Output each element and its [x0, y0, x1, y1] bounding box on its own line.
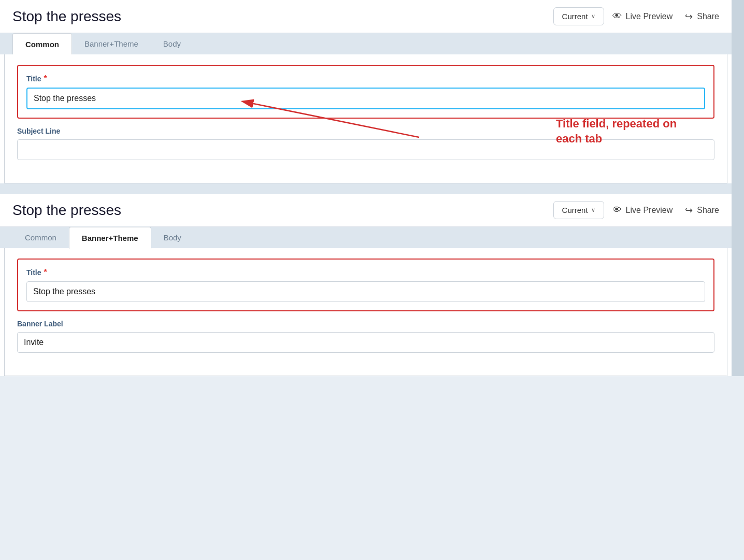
share-icon-top: ↪: [685, 11, 693, 22]
tab-common-top[interactable]: Common: [12, 33, 72, 55]
title-required-bottom: *: [44, 268, 47, 277]
chevron-down-icon-bottom: ∨: [591, 207, 595, 213]
share-icon-bottom: ↪: [685, 205, 693, 216]
top-panel: Stop the presses Current ∨ 👁 Live Previe…: [0, 0, 732, 183]
title-field-label-top: Title *: [26, 74, 705, 83]
current-label-top: Current: [562, 12, 588, 21]
share-button-bottom[interactable]: ↪ Share: [685, 205, 719, 216]
tab-body-bottom[interactable]: Body: [151, 227, 194, 248]
eye-icon-top: 👁: [612, 11, 622, 22]
title-required-top: *: [44, 74, 47, 83]
tab-banner-theme-bottom[interactable]: Banner+Theme: [69, 227, 151, 249]
share-button-top[interactable]: ↪ Share: [685, 11, 719, 22]
live-preview-label-top: Live Preview: [626, 12, 673, 21]
tabs-bar-bottom: Common Banner+Theme Body: [0, 227, 732, 248]
tab-banner-theme-top[interactable]: Banner+Theme: [72, 33, 151, 54]
page-title-top: Stop the presses: [12, 8, 545, 25]
tab-common-bottom[interactable]: Common: [12, 227, 69, 248]
share-label-top: Share: [697, 12, 719, 21]
title-section-top: Title *: [17, 65, 714, 119]
title-input-bottom[interactable]: [26, 281, 705, 302]
tab-body-top[interactable]: Body: [151, 33, 193, 54]
banner-label-group: Banner Label: [17, 320, 714, 353]
live-preview-button-top[interactable]: 👁 Live Preview: [612, 11, 673, 22]
title-input-top[interactable]: [26, 88, 705, 109]
page-title-bottom: Stop the presses: [12, 202, 545, 219]
eye-icon-bottom: 👁: [612, 205, 622, 216]
header-actions-top: 👁 Live Preview ↪ Share: [612, 11, 719, 22]
chevron-down-icon-top: ∨: [591, 13, 595, 20]
title-field-label-bottom: Title *: [26, 268, 705, 277]
panel-divider: [0, 183, 732, 194]
right-sidebar: [732, 0, 744, 376]
live-preview-label-bottom: Live Preview: [626, 206, 673, 215]
share-label-bottom: Share: [697, 206, 719, 215]
current-label-bottom: Current: [562, 206, 588, 214]
banner-label-label: Banner Label: [17, 320, 714, 328]
title-section-bottom: Title *: [17, 259, 714, 311]
bottom-panel: Stop the presses Current ∨ 👁 Live Previe…: [0, 194, 732, 376]
bottom-panel-header: Stop the presses Current ∨ 👁 Live Previe…: [0, 194, 732, 227]
current-dropdown-top[interactable]: Current ∨: [553, 7, 604, 25]
banner-label-input[interactable]: [17, 332, 714, 353]
tabs-bar-top: Common Banner+Theme Body: [0, 33, 732, 54]
current-dropdown-bottom[interactable]: Current ∨: [553, 201, 604, 219]
header-actions-bottom: 👁 Live Preview ↪ Share: [612, 205, 719, 216]
annotation-callout: Title field, repeated on each tab: [556, 117, 701, 146]
top-panel-header: Stop the presses Current ∨ 👁 Live Previe…: [0, 0, 732, 33]
live-preview-button-bottom[interactable]: 👁 Live Preview: [612, 205, 673, 216]
